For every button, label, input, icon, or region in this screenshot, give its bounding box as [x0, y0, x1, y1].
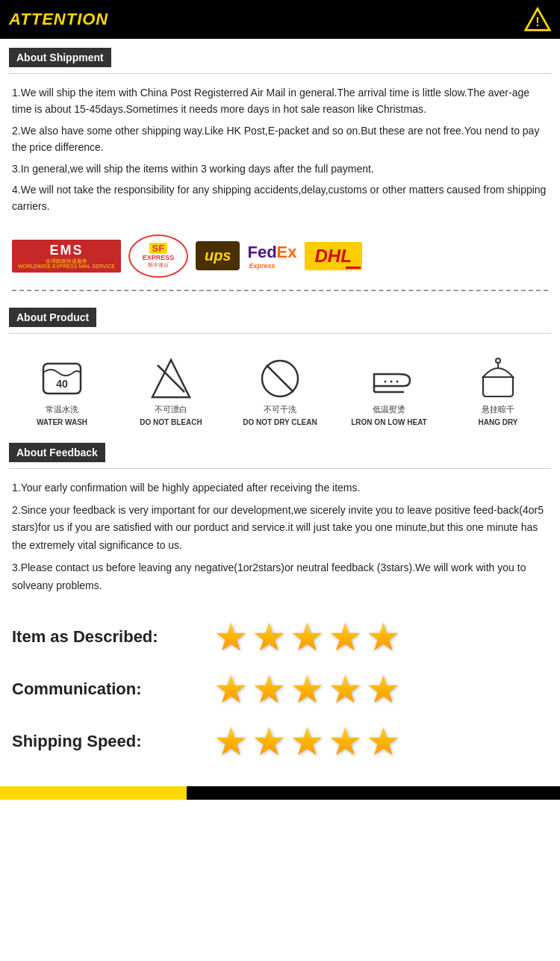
shipment-para-4: 4.We will not take the responsibility fo…: [12, 181, 548, 215]
star-3: [290, 719, 325, 764]
no-dry-clean-en: DO NOT DRY CLEAN: [243, 418, 317, 426]
feedback-divider: [9, 468, 551, 469]
water-wash-icon: 40: [40, 356, 84, 401]
star-2: [252, 615, 287, 659]
star-5: [366, 667, 401, 712]
no-dry-clean-icon: [258, 356, 302, 401]
water-wash-cn: 常温水洗: [46, 404, 78, 415]
no-bleach-icon: [149, 356, 193, 401]
svg-point-10: [385, 380, 387, 382]
star-4: [328, 719, 363, 764]
dhl-logo: DHL: [305, 242, 362, 270]
star-3: [290, 615, 325, 659]
rating-stars-shipping: [214, 719, 401, 764]
star-3: [290, 667, 325, 712]
no-bleach-en: DO NOT BLEACH: [140, 418, 202, 426]
care-icons-container: 40 常温水洗 WATER WASH 不可漂白 DO NOT BLEACH 不可…: [0, 341, 560, 434]
svg-point-12: [396, 380, 399, 382]
shipping-logos: EMS 全球邮政快递服务WORLDWIDE EXPRESS MAIL SERVI…: [0, 227, 560, 285]
star-4: [328, 667, 363, 712]
rating-label-item: Item as Described:: [12, 627, 206, 647]
warning-icon: !: [524, 6, 551, 33]
hang-dry-icon: [476, 356, 520, 401]
rating-label-shipping: Shipping Speed:: [12, 732, 206, 751]
svg-point-11: [391, 380, 393, 382]
shipment-section-header: About Shippment: [9, 48, 111, 67]
hang-dry-en: HANG DRY: [479, 418, 518, 426]
bottom-bar: [0, 786, 560, 800]
product-section-header: About Product: [9, 308, 96, 327]
star-2: [252, 719, 287, 764]
bottom-bar-yellow: [0, 786, 187, 800]
rating-stars-item: [214, 615, 401, 659]
attention-title: ATTENTION: [9, 10, 108, 29]
feedback-para-2: 2.Since your feedback is very important …: [12, 502, 548, 555]
star-1: [214, 719, 249, 764]
product-divider: [9, 333, 551, 334]
attention-header: ATTENTION !: [0, 0, 560, 39]
svg-line-7: [267, 365, 293, 392]
product-section: About Product 40 常温水洗 WATER WASH 不可漂白 DO…: [0, 299, 560, 434]
rating-row-communication: Communication:: [12, 667, 548, 712]
care-no-bleach: 不可漂白 DO NOT BLEACH: [126, 356, 216, 426]
ups-logo: ups: [196, 241, 240, 270]
rating-row-shipping: Shipping Speed:: [12, 719, 548, 764]
star-1: [214, 667, 249, 712]
ratings-section: Item as Described: Communication: Shippi…: [0, 607, 560, 779]
fedex-logo: FedEx Express: [247, 243, 296, 270]
feedback-section-header: About Feedback: [9, 443, 105, 462]
shipment-divider: [9, 73, 551, 74]
shipment-para-1: 1.We will ship the item with China Post …: [12, 84, 548, 118]
iron-low-cn: 低温熨烫: [373, 404, 405, 415]
shipment-section: About Shippment 1.We will ship the item …: [0, 39, 560, 291]
no-bleach-cn: 不可漂白: [155, 404, 187, 415]
care-no-dry-clean: 不可干洗 DO NOT DRY CLEAN: [235, 356, 325, 426]
sf-logo: SF EXPRESS 顺丰速运: [128, 234, 188, 278]
care-water-wash: 40 常温水洗 WATER WASH: [17, 356, 107, 426]
svg-point-14: [496, 358, 500, 363]
dashed-divider: [12, 290, 548, 291]
rating-label-communication: Communication:: [12, 679, 206, 699]
star-5: [366, 615, 401, 659]
no-dry-clean-cn: 不可干洗: [264, 404, 296, 415]
svg-text:40: 40: [56, 378, 68, 390]
svg-text:!: !: [535, 15, 539, 28]
shipment-para-3: 3.In general,we will ship the items with…: [12, 161, 548, 177]
iron-low-icon: [367, 356, 411, 401]
water-wash-en: WATER WASH: [37, 418, 87, 426]
iron-low-en: LRON ON LOW HEAT: [351, 418, 426, 426]
star-2: [252, 667, 287, 712]
care-hang-dry: 悬挂晾干 HANG DRY: [453, 356, 543, 426]
rating-row-item: Item as Described:: [12, 615, 548, 659]
bottom-bar-black: [187, 786, 560, 800]
feedback-section: About Feedback 1.Your early confirmation…: [0, 434, 560, 607]
feedback-para-3: 3.Please contact us before leaving any n…: [12, 559, 548, 595]
star-5: [366, 719, 401, 764]
feedback-content: 1.Your early confirmation will be highly…: [0, 476, 560, 607]
hang-dry-cn: 悬挂晾干: [482, 404, 514, 415]
shipment-para-2: 2.We also have some other shipping way.L…: [12, 122, 548, 156]
star-4: [328, 615, 363, 659]
rating-stars-communication: [214, 667, 401, 712]
care-iron-low: 低温熨烫 LRON ON LOW HEAT: [344, 356, 434, 426]
shipment-content: 1.We will ship the item with China Post …: [0, 81, 560, 227]
feedback-para-1: 1.Your early confirmation will be highly…: [12, 479, 548, 497]
ems-logo: EMS 全球邮政快递服务WORLDWIDE EXPRESS MAIL SERVI…: [12, 240, 121, 273]
star-1: [214, 615, 249, 659]
